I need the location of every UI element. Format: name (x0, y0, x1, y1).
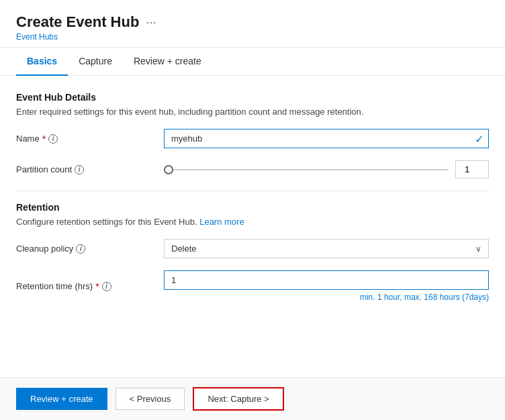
page-title: Create Event Hub (16, 13, 139, 31)
retention-time-row: Retention time (hrs) * i min. 1 hour, ma… (16, 270, 489, 302)
name-required-indicator: * (42, 134, 46, 144)
cleanup-dropdown[interactable]: Delete ∨ (164, 239, 489, 258)
tab-review-create[interactable]: Review + create (123, 48, 212, 76)
header: Create Event Hub ··· Event Hubs (0, 0, 505, 48)
breadcrumb: Event Hubs (16, 32, 489, 42)
name-row: Name * i ✓ (16, 129, 489, 148)
event-hub-details-title: Event Hub Details (16, 92, 489, 103)
partition-slider[interactable] (164, 169, 449, 170)
page-container: Create Event Hub ··· Event Hubs Basics C… (0, 0, 505, 420)
cleanup-info-icon[interactable]: i (76, 244, 85, 254)
partition-row: Partition count i (16, 160, 489, 178)
event-hub-details-desc: Enter required settings for this event h… (16, 107, 489, 117)
learn-more-link[interactable]: Learn more (199, 217, 244, 227)
retention-input-wrapper: min. 1 hour, max. 168 hours (7days) (164, 270, 489, 302)
name-check-icon: ✓ (475, 132, 484, 145)
previous-button[interactable]: < Previous (116, 388, 185, 410)
partition-number-input[interactable] (455, 160, 489, 178)
section-divider (16, 191, 489, 191)
cleanup-label: Cleanup policy i (16, 244, 164, 254)
partition-label: Partition count i (16, 164, 164, 174)
more-options-icon[interactable]: ··· (146, 15, 156, 30)
review-create-button[interactable]: Review + create (16, 388, 107, 410)
footer: Review + create < Previous Next: Capture… (0, 377, 505, 420)
retention-desc: Configure retention settings for this Ev… (16, 217, 489, 227)
retention-info-icon[interactable]: i (102, 282, 111, 291)
partition-info-icon[interactable]: i (75, 165, 84, 174)
cleanup-value: Delete (171, 244, 197, 254)
retention-time-label: Retention time (hrs) * i (16, 281, 164, 292)
retention-required-indicator: * (95, 281, 99, 292)
retention-time-input[interactable] (164, 270, 489, 290)
main-content: Event Hub Details Enter required setting… (0, 76, 505, 377)
retention-title: Retention (16, 202, 489, 213)
cleanup-row: Cleanup policy i Delete ∨ (16, 239, 489, 258)
partition-slider-wrapper (164, 160, 489, 178)
name-info-icon[interactable]: i (48, 134, 58, 144)
retention-section: Retention Configure retention settings f… (16, 202, 489, 302)
tab-capture[interactable]: Capture (68, 48, 123, 76)
retention-hint: min. 1 hour, max. 168 hours (7days) (164, 293, 489, 302)
cleanup-dropdown-wrapper: Delete ∨ (164, 239, 489, 258)
name-input[interactable] (164, 129, 489, 148)
name-input-wrapper: ✓ (164, 129, 489, 148)
next-capture-button[interactable]: Next: Capture > (193, 387, 283, 411)
cleanup-chevron-icon: ∨ (475, 244, 481, 254)
tab-basics[interactable]: Basics (16, 48, 68, 76)
name-label: Name * i (16, 134, 164, 144)
tabs-container: Basics Capture Review + create (0, 48, 505, 76)
